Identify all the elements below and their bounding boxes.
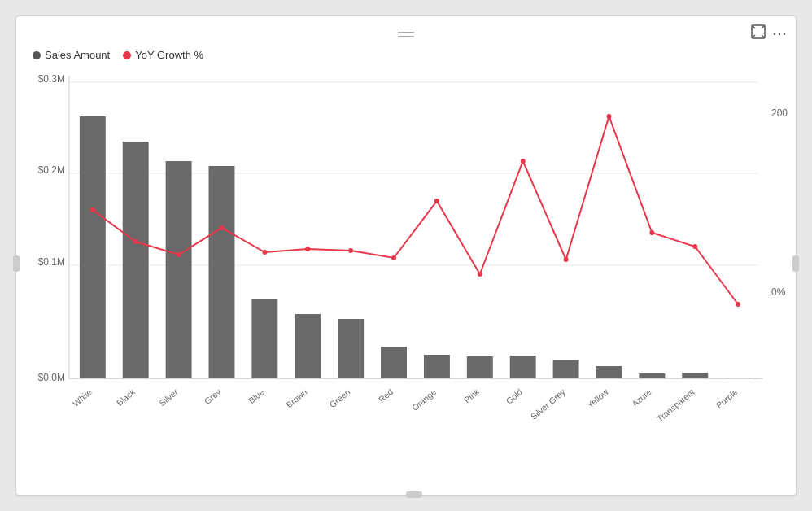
bar-white	[80, 116, 106, 378]
x-label-yellow: Yellow	[586, 387, 610, 410]
y-left-label-02: $0.2M	[38, 164, 65, 176]
growth-dot-black	[133, 239, 138, 244]
growth-dot-transparent	[692, 244, 697, 249]
bar-grey	[209, 166, 235, 378]
sales-dot	[33, 51, 41, 59]
growth-dot-red	[391, 256, 396, 260]
drag-handle[interactable]	[398, 32, 414, 37]
x-label-silver: Silver	[158, 387, 180, 408]
x-label-azure: Azure	[631, 387, 653, 408]
growth-dot-pink	[478, 272, 482, 277]
bar-yellow	[596, 366, 622, 378]
expand-icon[interactable]	[751, 24, 766, 41]
resize-handle-bottom[interactable]	[406, 491, 422, 498]
sales-label: Sales Amount	[45, 49, 110, 61]
chart-area: .axis-label { font-family: 'Segoe UI', A…	[24, 68, 788, 442]
x-label-white: White	[72, 387, 94, 408]
x-label-silvergrey: Silver Grey	[529, 387, 567, 421]
x-label-purple: Purple	[714, 387, 739, 410]
y-right-label-200: 200%	[771, 107, 788, 119]
legend-growth: YoY Growth %	[123, 49, 203, 61]
growth-dot-yellow	[606, 114, 611, 119]
more-options-icon[interactable]: ⋯	[772, 26, 788, 41]
bar-silver	[166, 161, 192, 378]
growth-dot-white	[90, 207, 95, 212]
growth-dot-brown	[305, 247, 310, 251]
x-label-green: Green	[328, 387, 351, 409]
y-right-label-0: 0%	[771, 286, 786, 298]
x-label-orange: Orange	[410, 387, 438, 413]
bar-blue	[251, 299, 277, 378]
bar-transparent	[682, 373, 708, 378]
bar-gold	[510, 356, 536, 378]
x-label-transparent: Transparent	[656, 387, 696, 424]
growth-dot-gold	[521, 159, 526, 164]
x-label-red: Red	[378, 387, 395, 404]
top-bar: ⋯	[24, 24, 788, 44]
growth-dot-grey	[219, 225, 224, 230]
y-left-label-01: $0.1M	[38, 256, 65, 268]
x-label-pink: Pink	[462, 387, 481, 405]
bar-pink	[467, 356, 493, 378]
x-label-gold: Gold	[504, 387, 524, 406]
bar-green	[338, 319, 364, 378]
resize-handle-right[interactable]	[792, 256, 799, 272]
bar-red	[381, 347, 407, 378]
bar-azure	[639, 373, 665, 378]
y-left-label-03: $0.3M	[38, 73, 65, 85]
bar-orange	[424, 355, 450, 378]
growth-dot-orange	[434, 199, 439, 203]
bar-silvergrey	[553, 360, 579, 378]
x-label-grey: Grey	[203, 387, 223, 407]
bar-brown	[295, 314, 321, 378]
growth-dot-azure	[649, 230, 654, 235]
growth-dot	[123, 51, 131, 59]
y-left-label-00: $0.0M	[38, 372, 65, 383]
x-label-blue: Blue	[247, 387, 266, 405]
growth-dot-blue	[262, 250, 267, 255]
growth-label: YoY Growth %	[135, 49, 203, 61]
resize-handle-left[interactable]	[13, 256, 20, 272]
x-label-black: Black	[115, 387, 137, 408]
x-label-brown: Brown	[285, 387, 309, 410]
growth-dot-green	[348, 248, 353, 253]
legend-sales: Sales Amount	[33, 49, 110, 61]
growth-dot-silvergrey	[564, 257, 569, 262]
chart-svg: .axis-label { font-family: 'Segoe UI', A…	[24, 68, 788, 442]
chart-container: ⋯ Sales Amount YoY Growth % .axis-label …	[15, 15, 797, 496]
growth-dot-silver	[177, 252, 181, 257]
legend: Sales Amount YoY Growth %	[24, 44, 788, 66]
top-right-icons: ⋯	[751, 24, 788, 41]
bar-black	[123, 142, 149, 378]
growth-dot-purple	[736, 302, 740, 307]
